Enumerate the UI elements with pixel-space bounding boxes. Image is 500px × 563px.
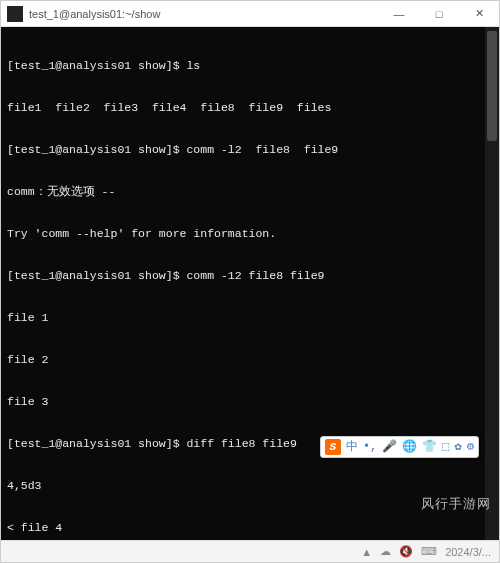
- window-title: test_1@analysis01:~/show: [29, 8, 160, 20]
- terminal-line: [test_1@analysis01 show]$ ls: [7, 59, 493, 73]
- tray-cloud-icon[interactable]: ☁: [380, 545, 391, 558]
- terminal-line: file 3: [7, 395, 493, 409]
- scrollbar-thumb[interactable]: [487, 31, 497, 141]
- terminal-line: file 2: [7, 353, 493, 367]
- app-icon: [7, 6, 23, 22]
- ime-voice-icon[interactable]: 🎤: [382, 440, 397, 454]
- terminal-line: [test_1@analysis01 show]$ comm -l2 file8…: [7, 143, 493, 157]
- maximize-button[interactable]: □: [419, 1, 459, 27]
- terminal-line: [test_1@analysis01 show]$ comm -12 file8…: [7, 269, 493, 283]
- terminal-scrollbar[interactable]: [485, 27, 499, 540]
- ime-skin-icon[interactable]: 👕: [422, 440, 437, 454]
- terminal-line: 4,5d3: [7, 479, 493, 493]
- taskbar: ▲ ☁ 🔇 ⌨ 2024/3/...: [1, 540, 499, 562]
- ime-tool-icon[interactable]: ⬚: [442, 440, 449, 454]
- ime-settings-icon[interactable]: ⚙: [467, 440, 474, 454]
- close-button[interactable]: ✕: [459, 1, 499, 27]
- terminal-line: file 1: [7, 311, 493, 325]
- watermark-text: 风行手游网: [421, 498, 491, 512]
- ime-toolbar[interactable]: S 中 •, 🎤 🌐 👕 ⬚ ✿ ⚙: [320, 436, 479, 458]
- tray-volume-icon[interactable]: 🔇: [399, 545, 413, 558]
- terminal-line: file1 file2 file3 file4 file8 file9 file…: [7, 101, 493, 115]
- terminal-line: Try 'comm --help' for more information.: [7, 227, 493, 241]
- terminal-pane[interactable]: [test_1@analysis01 show]$ ls file1 file2…: [1, 27, 499, 540]
- terminal-line: comm：无效选项 --: [7, 185, 493, 199]
- ime-punct-icon[interactable]: •,: [363, 440, 377, 454]
- ime-flower-icon[interactable]: ✿: [455, 440, 462, 454]
- titlebar: test_1@analysis01:~/show — □ ✕: [1, 1, 499, 27]
- tray-clock[interactable]: 2024/3/...: [445, 546, 491, 558]
- minimize-button[interactable]: —: [379, 1, 419, 27]
- terminal-line: < file 4: [7, 521, 493, 535]
- ime-lang-toggle[interactable]: 中: [346, 440, 358, 454]
- app-window: test_1@analysis01:~/show — □ ✕ [test_1@a…: [0, 0, 500, 563]
- tray-up-icon[interactable]: ▲: [361, 546, 372, 558]
- ime-globe-icon[interactable]: 🌐: [402, 440, 417, 454]
- tray-ime-icon[interactable]: ⌨: [421, 545, 437, 558]
- ime-logo-icon[interactable]: S: [325, 439, 341, 455]
